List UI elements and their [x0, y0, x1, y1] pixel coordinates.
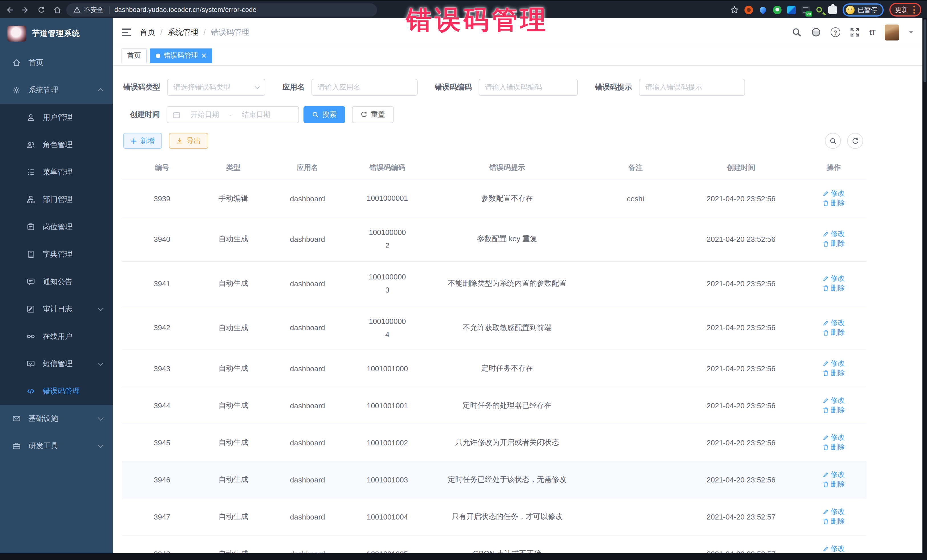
error-type-select[interactable]: 请选择错误码类型: [167, 79, 265, 96]
edit-link[interactable]: 修改: [823, 470, 845, 480]
app-name-input[interactable]: [318, 83, 411, 91]
sidebar-item-audit-log[interactable]: 审计日志: [0, 295, 113, 323]
help-icon[interactable]: ?: [830, 27, 840, 37]
breadcrumb-system[interactable]: 系统管理: [168, 27, 199, 37]
sidebar-item-home[interactable]: 首页: [0, 49, 113, 76]
delete-link[interactable]: 删除: [823, 199, 845, 208]
vertical-scrollbar[interactable]: [922, 18, 927, 553]
col-hint: 错误码提示: [424, 156, 590, 180]
search-button[interactable]: 搜索: [304, 106, 345, 123]
sidebar: 芋道管理系统 首页 系统管理 用户管理 角色管理 菜单管理 部门管理: [0, 18, 113, 553]
url-text: dashboard.yudao.iocoder.cn/system/error-…: [114, 6, 257, 13]
sidebar-item-dev-tools[interactable]: 研发工具: [0, 432, 113, 460]
close-icon[interactable]: [201, 53, 207, 58]
tab-error-code[interactable]: 错误码管理: [150, 48, 212, 63]
error-code-input[interactable]: [485, 83, 571, 91]
edit-link[interactable]: 修改: [823, 189, 845, 199]
sidebar-item-online-users[interactable]: 在线用户: [0, 323, 113, 350]
edit-link[interactable]: 修改: [823, 229, 845, 239]
table-row: 3942自动生成dashboard100100000 4不允许获取敏感配置到前端…: [122, 306, 866, 350]
app-title: 芋道管理系统: [32, 29, 80, 39]
forward-icon[interactable]: [22, 6, 29, 14]
delete-link[interactable]: 删除: [823, 284, 845, 293]
tab-home[interactable]: 首页: [122, 48, 147, 63]
dev-tools-icon: [12, 442, 21, 450]
warning-icon: [74, 6, 81, 13]
edit-link[interactable]: 修改: [823, 433, 845, 443]
delete-link[interactable]: 删除: [823, 406, 845, 416]
home-icon[interactable]: [54, 6, 61, 14]
start-date-input[interactable]: [184, 111, 225, 118]
extension-location-icon[interactable]: [758, 5, 767, 14]
bookmark-star-icon[interactable]: [730, 5, 739, 14]
delete-link[interactable]: 删除: [823, 480, 845, 490]
extension-green-check-icon[interactable]: [773, 5, 781, 14]
export-button[interactable]: 导出: [169, 133, 208, 149]
dictionary-icon: [27, 250, 35, 258]
extension-blue-grid-icon[interactable]: [787, 6, 795, 14]
sidebar-item-posts[interactable]: 岗位管理: [0, 213, 113, 241]
extension-list-icon[interactable]: on: [801, 5, 810, 14]
sidebar-item-roles[interactable]: 角色管理: [0, 131, 113, 159]
breadcrumb-home[interactable]: 首页: [140, 27, 155, 37]
delete-link[interactable]: 删除: [823, 517, 845, 527]
back-icon[interactable]: [6, 6, 13, 14]
post-icon: [27, 223, 35, 231]
table-toolbar: 新增 导出: [123, 133, 913, 149]
col-code: 错误码编码: [350, 156, 424, 180]
delete-link[interactable]: 删除: [823, 328, 845, 338]
infrastructure-icon: [12, 414, 21, 423]
chevron-down-icon: [255, 84, 260, 89]
gear-icon: [12, 86, 21, 94]
github-icon[interactable]: [811, 27, 821, 37]
delete-link[interactable]: 删除: [823, 369, 845, 378]
search-icon[interactable]: [792, 27, 801, 37]
delete-link[interactable]: 删除: [823, 443, 845, 452]
avatar-caret-icon[interactable]: [909, 31, 913, 33]
error-hint-input[interactable]: [645, 83, 739, 91]
extension-key-icon[interactable]: [816, 7, 822, 12]
edit-link[interactable]: 修改: [823, 318, 845, 328]
refresh-button[interactable]: [847, 133, 863, 149]
hamburger-icon[interactable]: [122, 29, 131, 36]
edit-link[interactable]: 修改: [823, 359, 845, 369]
sidebar-item-dictionary[interactable]: 字典管理: [0, 241, 113, 268]
sidebar-item-users[interactable]: 用户管理: [0, 104, 113, 131]
end-date-input[interactable]: [236, 111, 277, 118]
add-button[interactable]: 新增: [123, 133, 162, 149]
sidebar-item-infrastructure[interactable]: 基础设施: [0, 405, 113, 432]
breadcrumb: 首页 / 系统管理 / 错误码管理: [140, 27, 249, 37]
chevron-down-icon: [98, 415, 103, 420]
edit-link[interactable]: 修改: [823, 396, 845, 406]
browser-update-button[interactable]: 更新: [889, 3, 921, 17]
screen: 不安全 dashboard.yudao.iocoder.cn/system/er…: [0, 0, 927, 560]
sidebar-item-error-code[interactable]: 错误码管理: [0, 378, 113, 405]
create-time-range-picker[interactable]: -: [167, 106, 299, 123]
toggle-search-button[interactable]: [825, 133, 841, 149]
sidebar-item-menus[interactable]: 菜单管理: [0, 159, 113, 186]
reload-icon[interactable]: [38, 6, 45, 14]
app-logo[interactable]: 芋道管理系统: [0, 18, 113, 49]
delete-link[interactable]: 删除: [823, 239, 845, 249]
table-row: 3944自动生成dashboard1001001001定时任务的处理器已经存在2…: [122, 387, 866, 424]
security-label[interactable]: 不安全: [84, 5, 103, 14]
sidebar-item-sms[interactable]: 短信管理: [0, 350, 113, 378]
extension-orange-icon[interactable]: [744, 5, 753, 14]
extensions-puzzle-icon[interactable]: [828, 5, 837, 14]
sidebar-item-system[interactable]: 系统管理: [0, 76, 113, 104]
edit-link[interactable]: 修改: [823, 274, 845, 284]
edit-link[interactable]: 修改: [823, 507, 845, 517]
url-bar[interactable]: 不安全 dashboard.yudao.iocoder.cn/system/er…: [66, 3, 377, 16]
fullscreen-icon[interactable]: [850, 27, 859, 37]
font-size-icon[interactable]: tT: [869, 28, 875, 36]
browser-menu-icon[interactable]: [913, 5, 916, 14]
user-avatar[interactable]: [885, 24, 899, 40]
sidebar-item-departments[interactable]: 部门管理: [0, 186, 113, 213]
profile-paused-chip[interactable]: 已暂停: [842, 3, 884, 16]
table-header-row: 编号 类型 应用名 错误码编码 错误码提示 备注 创建时间 操作: [122, 156, 866, 180]
sidebar-item-notices[interactable]: 通知公告: [0, 268, 113, 295]
app-header: 首页 / 系统管理 / 错误码管理 ? tT: [113, 18, 922, 46]
edit-link[interactable]: 修改: [823, 544, 845, 553]
reset-button[interactable]: 重置: [352, 106, 394, 123]
col-type: 类型: [202, 156, 265, 180]
